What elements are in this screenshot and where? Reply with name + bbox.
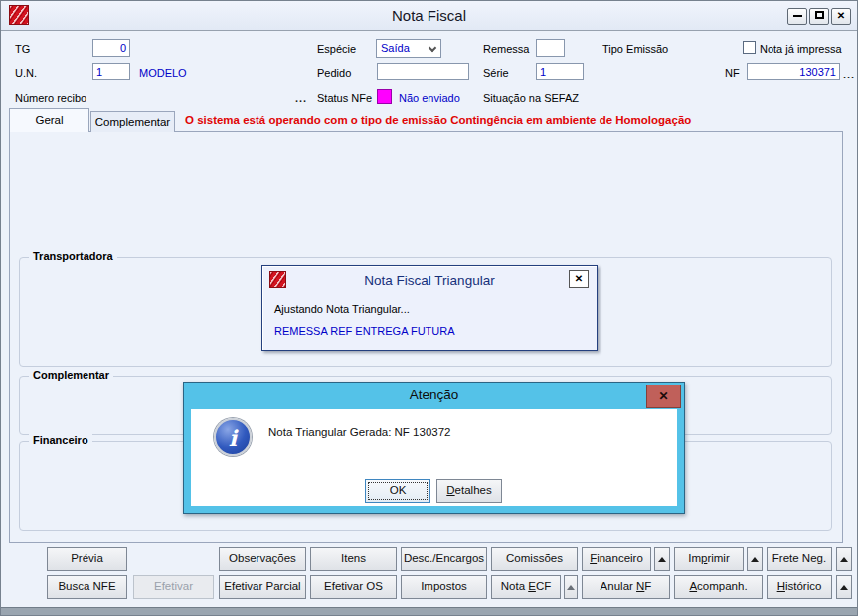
busca-nfe-button[interactable]: Busca NFE: [47, 575, 127, 599]
numero-recibo-label: Número recibo: [15, 92, 86, 105]
atencao-dialog: Atenção ✕ i Nota Triangular Gerada: NF 1…: [183, 382, 685, 514]
tg-label: TG: [15, 43, 30, 56]
transportadora-group-title: Transportadora: [29, 250, 117, 262]
frete-neg-menu-button[interactable]: [836, 547, 852, 571]
impostos-button[interactable]: Impostos: [401, 575, 487, 599]
financeiro-group-title: Financeiro: [29, 434, 92, 446]
arrow-up-icon: [751, 557, 759, 562]
maximize-icon: [815, 11, 824, 19]
minimize-icon: [793, 15, 802, 17]
info-icon: i: [214, 418, 252, 456]
close-icon: ✕: [837, 10, 845, 21]
status-nfe-label: Status NFe: [317, 92, 372, 105]
un-desc: MODELO: [139, 67, 187, 79]
comissoes-button[interactable]: Comissões: [491, 547, 578, 571]
nota-fiscal-triangular-dialog: Nota Fiscal Triangular ✕ Ajustando Nota …: [261, 265, 598, 351]
tipo-emissao-label: Tipo Emissão: [602, 43, 668, 56]
acompanh-button[interactable]: Acompanh.: [674, 575, 763, 599]
titlebar: Nota Fiscal ✕: [1, 1, 857, 31]
triangular-dialog-title: Nota Fiscal Triangular: [262, 273, 597, 288]
tg-field[interactable]: 0: [92, 39, 130, 57]
serie-label: Série: [483, 67, 509, 79]
status-nfe-value: Não enviado: [399, 92, 460, 105]
nota-ecf-menu-button[interactable]: [564, 575, 578, 599]
observacoes-button[interactable]: Observações: [219, 547, 306, 571]
minimize-button[interactable]: [787, 8, 807, 25]
arrow-up-icon: [658, 557, 666, 562]
historico-button[interactable]: Histórico: [767, 575, 832, 599]
nota-ja-impressa-checkbox[interactable]: [743, 41, 756, 54]
nf-label: NF: [725, 67, 740, 79]
ok-button[interactable]: OK: [365, 479, 430, 503]
nf-field[interactable]: 130371: [747, 63, 840, 80]
remessa-field[interactable]: [536, 39, 565, 57]
status-more-button[interactable]: ...: [295, 92, 307, 104]
atencao-dialog-title: Atenção: [184, 387, 684, 402]
close-icon: ✕: [575, 273, 583, 284]
contingency-warning: O sistema está operando com o tipo de em…: [185, 114, 691, 126]
arrow-up-icon: [840, 585, 848, 590]
arrow-up-icon: [567, 585, 575, 590]
nota-fiscal-window: Nota Fiscal ✕ TG 0 U.N. 1 MODELO Espécie…: [0, 0, 858, 616]
tab-complementar[interactable]: Complementar: [90, 111, 175, 132]
triangular-message-1: Ajustando Nota Triangular...: [274, 303, 410, 316]
historico-menu-button[interactable]: [836, 575, 852, 599]
maximize-button[interactable]: [809, 8, 829, 25]
efetivar-button: Efetivar: [133, 575, 214, 599]
atencao-dialog-body: i Nota Triangular Gerada: NF 130372 OK D…: [191, 409, 677, 506]
especie-value: Saída: [381, 42, 410, 54]
un-field[interactable]: 1: [92, 63, 130, 80]
situacao-sefaz-label: Situação na SEFAZ: [483, 92, 579, 105]
nf-more-button[interactable]: ...: [843, 69, 855, 80]
pedido-label: Pedido: [317, 67, 351, 79]
especie-combobox[interactable]: Saída: [376, 39, 441, 58]
desc-encargos-button[interactable]: Desc./Encargos: [401, 547, 487, 571]
atencao-close-button[interactable]: ✕: [646, 385, 681, 408]
imprimir-button[interactable]: Imprimir: [674, 547, 744, 571]
nota-ja-impressa-label: Nota já impressa: [760, 43, 842, 56]
atencao-message: Nota Triangular Gerada: NF 130372: [268, 426, 450, 438]
financeiro-menu-button[interactable]: [654, 547, 670, 571]
imprimir-menu-button[interactable]: [747, 547, 763, 571]
previa-button[interactable]: Prévia: [47, 547, 127, 571]
un-label: U.N.: [15, 67, 37, 79]
efetivar-os-button[interactable]: Efetivar OS: [310, 575, 397, 599]
financeiro-button[interactable]: Financeiro: [582, 547, 651, 571]
window-bottom-edge: [1, 607, 857, 615]
close-icon: ✕: [658, 389, 668, 403]
tab-geral[interactable]: Geral: [9, 108, 89, 132]
triangular-message-2: REMESSA REF ENTREGA FUTURA: [274, 325, 455, 338]
anular-nf-button[interactable]: Anular NF: [582, 575, 670, 599]
pedido-field[interactable]: [377, 63, 469, 80]
status-nfe-indicator: [377, 89, 392, 104]
remessa-label: Remessa: [483, 43, 529, 56]
frete-neg-button[interactable]: Frete Neg.: [767, 547, 832, 571]
efetivar-parcial-button[interactable]: Efetivar Parcial: [219, 575, 306, 599]
itens-button[interactable]: Itens: [310, 547, 397, 571]
especie-label: Espécie: [317, 43, 356, 56]
complementar-group-title: Complementar: [29, 369, 113, 381]
close-button[interactable]: ✕: [831, 8, 851, 25]
window-title: Nota Fiscal: [1, 7, 857, 24]
triangular-close-button[interactable]: ✕: [569, 270, 589, 288]
nota-ecf-button[interactable]: Nota ECF: [491, 575, 561, 599]
detalhes-button[interactable]: Detalhes: [436, 479, 502, 503]
chevron-down-icon: [429, 44, 436, 52]
arrow-up-icon: [840, 557, 848, 562]
serie-field[interactable]: 1: [536, 63, 584, 80]
